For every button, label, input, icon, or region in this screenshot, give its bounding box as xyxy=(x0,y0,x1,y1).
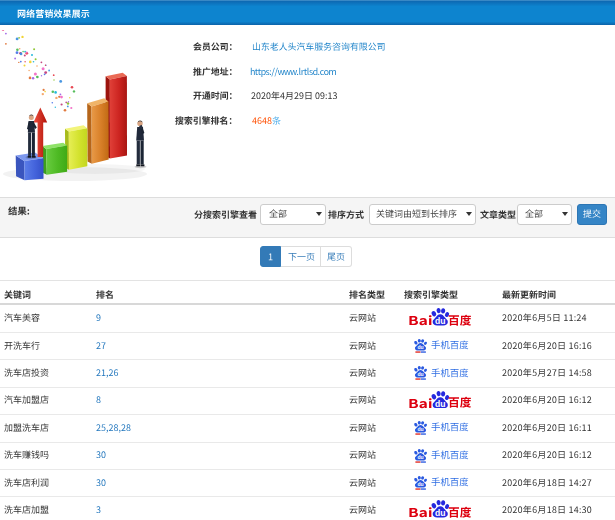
svg-text:du: du xyxy=(434,508,445,518)
svg-text:du: du xyxy=(417,455,423,460)
svg-text:du: du xyxy=(434,399,445,409)
svg-text:du: du xyxy=(417,346,423,351)
svg-text:du: du xyxy=(417,483,423,488)
svg-text:du: du xyxy=(434,316,445,326)
svg-text:du: du xyxy=(417,428,423,433)
svg-text:du: du xyxy=(417,373,423,378)
